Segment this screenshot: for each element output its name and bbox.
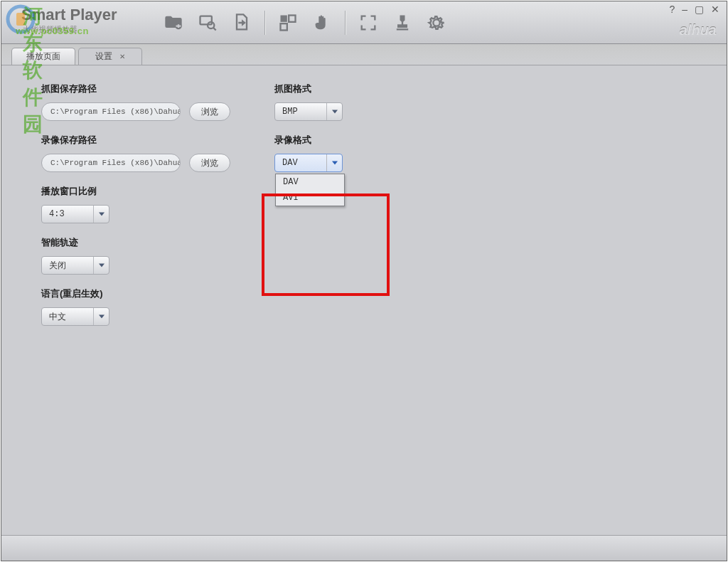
add-folder-button[interactable] [156, 6, 191, 40]
chevron-down-icon [93, 257, 109, 274]
svg-rect-5 [281, 16, 287, 22]
brand-name: alhua [680, 22, 717, 38]
stamp-button[interactable] [385, 6, 419, 40]
brand-sub: TECHNOLOGY [680, 36, 717, 41]
chevron-down-icon [93, 206, 109, 223]
snap-fmt-value: BMP [275, 107, 326, 117]
language-value: 中文 [42, 311, 93, 323]
tab-close-icon[interactable]: ✕ [119, 53, 125, 60]
svg-rect-6 [289, 16, 295, 22]
record-fmt-label: 录像格式 [274, 134, 431, 147]
snap-path-label: 抓图保存路径 [41, 83, 255, 95]
settings-panel: 抓图保存路径 C:\Program Files (x86)\DahuaT… 浏览… [1, 65, 727, 535]
brand-logo: alhua TECHNOLOGY [680, 22, 717, 41]
titlebar: Smart Player 大华视频播放器 河东软件园 www.pc0359.cn… [1, 1, 727, 44]
tab-settings[interactable]: 设置 ✕ [78, 48, 142, 65]
tab-label: 播放页面 [26, 51, 60, 63]
fullscreen-button[interactable] [351, 6, 385, 40]
chevron-down-icon [326, 103, 342, 120]
toolbar [156, 6, 454, 40]
tab-label: 设置 [95, 51, 112, 63]
maximize-button[interactable]: ▢ [695, 4, 704, 14]
chevron-down-icon [93, 308, 109, 325]
export-button[interactable] [225, 6, 259, 40]
snap-path-field[interactable]: C:\Program Files (x86)\DahuaT… [41, 102, 181, 121]
svg-rect-7 [281, 23, 287, 30]
record-fmt-dropdown: DAV AVI [275, 174, 345, 206]
aspect-combo[interactable]: 4:3 [41, 205, 109, 223]
toolbar-separator [345, 11, 346, 35]
aspect-value: 4:3 [42, 209, 93, 219]
language-label: 语言(重启生效) [41, 287, 255, 300]
tab-playback[interactable]: 播放页面 [11, 48, 75, 65]
record-fmt-option-dav[interactable]: DAV [276, 174, 344, 190]
aspect-label: 播放窗口比例 [41, 185, 255, 198]
settings-button[interactable] [419, 6, 454, 40]
track-value: 关闭 [42, 260, 93, 272]
tabstrip: 播放页面 设置 ✕ [1, 44, 727, 65]
statusbar [1, 535, 727, 561]
settings-right-column: 抓图格式 BMP 录像格式 DAV DAV AVI [274, 83, 431, 185]
close-button[interactable]: ✕ [711, 4, 719, 14]
track-combo[interactable]: 关闭 [41, 256, 109, 275]
track-label: 智能轨迹 [41, 236, 255, 249]
help-button[interactable]: ? [669, 4, 675, 14]
toolbar-separator [264, 11, 265, 35]
app-subtitle: 大华视频播放器 [23, 24, 77, 35]
record-fmt-combo[interactable]: DAV DAV AVI [274, 154, 343, 172]
snap-path-browse-button[interactable]: 浏览 [189, 102, 230, 121]
language-combo[interactable]: 中文 [41, 307, 109, 326]
app-window: Smart Player 大华视频播放器 河东软件园 www.pc0359.cn… [1, 1, 727, 561]
record-path-browse-button[interactable]: 浏览 [189, 154, 230, 172]
record-path-label: 录像保存路径 [41, 134, 255, 147]
annotation-highlight [262, 193, 390, 296]
snap-fmt-label: 抓图格式 [274, 83, 431, 95]
record-fmt-value: DAV [275, 158, 326, 168]
svg-rect-3 [200, 16, 212, 25]
record-path-field[interactable]: C:\Program Files (x86)\DahuaT… [41, 154, 181, 172]
hand-button[interactable] [305, 6, 339, 40]
selection-button[interactable] [271, 6, 305, 40]
app-title: Smart Player [21, 6, 117, 24]
window-controls: ? – ▢ ✕ [669, 4, 719, 14]
svg-rect-8 [397, 28, 408, 30]
record-fmt-option-avi[interactable]: AVI [276, 190, 344, 206]
minimize-button[interactable]: – [682, 4, 687, 14]
snap-fmt-combo[interactable]: BMP [274, 102, 343, 121]
search-button[interactable] [191, 6, 225, 40]
settings-left-column: 抓图保存路径 C:\Program Files (x86)\DahuaT… 浏览… [41, 83, 255, 339]
chevron-down-icon [326, 154, 342, 171]
